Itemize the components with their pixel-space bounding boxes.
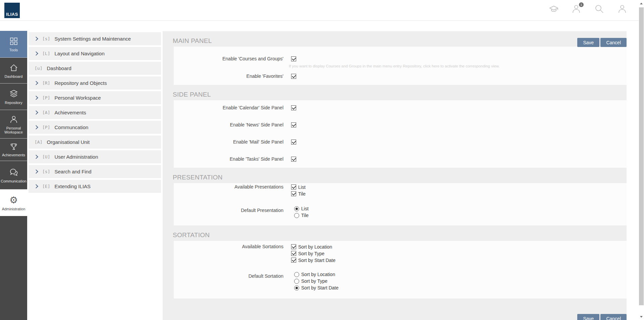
search-icon[interactable] — [594, 3, 605, 15]
option-label: Sort by Type — [298, 251, 324, 256]
cancel-button[interactable]: Cancel — [600, 314, 627, 320]
presentation-list-checkbox[interactable] — [291, 184, 296, 190]
enable-calendar-checkbox[interactable] — [291, 105, 296, 110]
field-label: Default Presentation — [174, 207, 283, 213]
section-body-sortation: Available Sortations Sort by Location So… — [174, 241, 627, 299]
form-row-enable-news: Enable 'News' Side Panel — [174, 121, 627, 128]
letter-icon: [s] — [42, 36, 50, 41]
scrollbar-up-arrow-icon[interactable] — [639, 1, 644, 6]
sort-by-location-checkbox[interactable] — [291, 244, 296, 249]
field-label: Enable 'Tasks' Side Panel — [174, 156, 283, 162]
section-title-main-panel: MAIN PANEL — [163, 31, 627, 47]
rail-item-repository[interactable]: Repository — [0, 84, 27, 110]
chevron-right-icon — [34, 184, 38, 189]
ilias-admin-page: ILIAS 1 — [0, 0, 644, 320]
option-tile: Tile — [291, 191, 306, 197]
option-tile: Tile — [291, 214, 309, 221]
header-icon-bar: 1 — [548, 3, 628, 15]
field-label: Default Sortation — [174, 273, 283, 279]
scrollbar-thumb[interactable] — [639, 7, 644, 305]
menu-item-achievements[interactable]: [A] Achievements — [29, 106, 161, 119]
enable-mail-checkbox[interactable] — [291, 140, 296, 145]
menu-item-personal-workspace[interactable]: [P] Personal Workspace — [29, 91, 161, 104]
administration-menu: [s] System Settings and Maintenance [L] … — [29, 32, 161, 195]
enable-favorites-checkbox[interactable] — [291, 74, 296, 79]
menu-item-label: Achievements — [54, 110, 86, 115]
save-button[interactable]: Save — [577, 38, 599, 47]
letter-icon: [R] — [42, 81, 50, 86]
rail-item-dashboard[interactable]: Dashboard — [0, 58, 27, 84]
section-body-presentation: Available Presentations List Tile Defaul… — [174, 183, 627, 225]
form-row-enable-tasks: Enable 'Tasks' Side Panel — [174, 156, 627, 162]
chevron-right-icon — [34, 169, 38, 174]
menu-item-label: Search and Find — [54, 169, 91, 174]
sort-by-start-date-checkbox[interactable] — [291, 258, 296, 263]
enable-courses-groups-checkbox[interactable] — [291, 56, 296, 61]
default-sort-start-date-radio[interactable] — [294, 285, 299, 290]
graduation-cap-icon[interactable] — [548, 3, 559, 15]
cancel-button[interactable]: Cancel — [600, 38, 627, 47]
trophy-icon — [9, 143, 18, 151]
ilias-logo[interactable]: ILIAS — [4, 3, 20, 18]
menu-item-label: Personal Workspace — [54, 95, 101, 101]
menu-item-dashboard[interactable]: [u] Dashboard — [29, 62, 161, 75]
layers-icon — [9, 89, 18, 99]
field-label: Enable 'Favorites' — [174, 73, 283, 79]
gear-icon: ⚙ — [9, 196, 18, 205]
menu-item-communication[interactable]: [P] Communcation — [29, 121, 161, 134]
chat-bubbles-icon — [9, 168, 18, 177]
menu-item-system-settings[interactable]: [s] System Settings and Maintenance — [29, 32, 161, 45]
option-label: Sort by Location — [298, 244, 332, 250]
radio-group: Sort by Location Sort by Type Sort by St… — [291, 273, 338, 293]
scrollbar-down-arrow-icon[interactable] — [639, 314, 644, 319]
menu-item-user-administration[interactable]: [U] User Administration — [29, 150, 161, 163]
rail-item-label: Achievements — [2, 153, 25, 157]
section-title-side-panel: SIDE PANEL — [163, 85, 627, 100]
user-avatar-icon[interactable] — [616, 3, 628, 15]
letter-icon: [P] — [42, 125, 50, 130]
user-avatar-glyph — [617, 4, 628, 14]
chevron-right-icon — [34, 37, 38, 41]
rail-item-personal-workspace[interactable]: Personal Workspace — [0, 110, 27, 139]
rail-filler — [0, 216, 27, 320]
home-icon — [9, 63, 18, 72]
form-row-default-presentation: Default Presentation List Tile — [174, 207, 627, 221]
default-sort-location-radio[interactable] — [294, 272, 299, 277]
sort-by-type-checkbox[interactable] — [291, 251, 296, 256]
enable-news-checkbox[interactable] — [291, 122, 296, 127]
rail-item-label: Communication — [1, 179, 26, 183]
field-label: Enable 'Courses and Groups' — [174, 56, 283, 61]
menu-item-layout-navigation[interactable]: [L] Layout and Navigation — [29, 47, 161, 60]
ilias-logo-text: ILIAS — [6, 12, 18, 17]
form-row-available-presentations: Available Presentations List Tile — [174, 184, 627, 197]
default-sort-type-radio[interactable] — [294, 279, 299, 284]
rail-item-communication[interactable]: Communication — [0, 161, 27, 190]
top-header: ILIAS 1 — [0, 0, 644, 21]
online-users-icon[interactable]: 1 — [571, 3, 582, 15]
rail-item-administration[interactable]: ⚙ Administration — [0, 190, 27, 216]
field-label: Enable 'Calendar' Side Panel — [174, 105, 283, 110]
rail-item-achievements[interactable]: Achievements — [0, 139, 27, 161]
rail-item-label: Personal Workspace — [1, 126, 26, 134]
page-scrollbar — [639, 0, 644, 320]
menu-item-extending-ilias[interactable]: [E] Extending ILIAS — [29, 180, 161, 193]
menu-item-organisational-unit[interactable]: [A] Organisational Unit — [29, 136, 161, 149]
enable-tasks-checkbox[interactable] — [291, 157, 296, 162]
presentation-tile-checkbox[interactable] — [291, 191, 296, 196]
tools-grid-icon — [9, 37, 18, 46]
rail-item-tools[interactable]: Tools — [0, 31, 27, 58]
chevron-right-icon — [34, 81, 38, 85]
rail-item-label: Dashboard — [5, 74, 23, 78]
chevron-right-icon — [34, 110, 38, 115]
letter-icon: [u] — [35, 66, 42, 71]
default-presentation-tile-radio[interactable] — [294, 213, 299, 218]
default-presentation-list-radio[interactable] — [294, 206, 299, 211]
menu-item-label: Communcation — [54, 124, 88, 130]
menu-item-search-and-find[interactable]: [s] Search and Find — [29, 165, 161, 178]
section-body-side-panel: Enable 'Calendar' Side Panel Enable 'New… — [174, 100, 627, 168]
form-row-default-sortation: Default Sortation Sort by Location Sort … — [174, 273, 627, 293]
option-label: Sort by Start Date — [301, 285, 338, 290]
menu-item-label: System Settings and Maintenance — [54, 36, 131, 42]
save-button[interactable]: Save — [577, 314, 599, 320]
menu-item-repository-objects[interactable]: [R] Repository and Objects — [29, 76, 161, 90]
